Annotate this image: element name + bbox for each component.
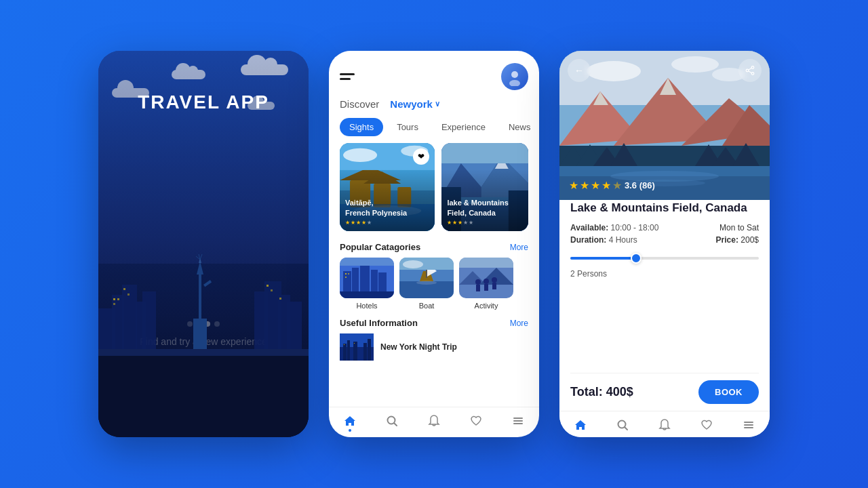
svg-rect-127 bbox=[744, 427, 753, 428]
duration-label: Duration: 4 Hours bbox=[570, 235, 637, 245]
svg-rect-86 bbox=[344, 344, 344, 345]
nav-search[interactable] bbox=[385, 414, 399, 432]
popular-title: Popular Catagories bbox=[340, 242, 420, 252]
back-button[interactable]: ← bbox=[568, 59, 591, 82]
svg-point-72 bbox=[484, 279, 489, 284]
nav-menu[interactable] bbox=[511, 414, 525, 432]
svg-rect-126 bbox=[744, 424, 753, 426]
rating-stars: ★ ★ ★ ★ ★ bbox=[569, 179, 622, 192]
svg-marker-88 bbox=[344, 416, 355, 426]
persons-label: 2 Persons bbox=[570, 269, 759, 279]
card-overlay-2: lake & Mountains Field, Canada ★ ★ ★ ★ ★ bbox=[441, 143, 528, 231]
svg-rect-125 bbox=[744, 422, 753, 423]
phone-discover: Discover Newyork ∨ Sights Tours Experien… bbox=[329, 51, 539, 437]
svg-point-68 bbox=[403, 260, 423, 268]
svg-rect-87 bbox=[354, 343, 355, 344]
useful-title: Useful Information bbox=[340, 318, 418, 328]
svg-rect-57 bbox=[348, 273, 349, 274]
available-label: Available: 10:00 - 18:00 bbox=[570, 223, 658, 232]
search-icon bbox=[385, 414, 399, 428]
city-selector[interactable]: Newyork ∨ bbox=[390, 98, 440, 110]
star-3: ★ bbox=[591, 179, 600, 192]
menu-dots-icon bbox=[511, 414, 525, 428]
book-button[interactable]: BOOK bbox=[698, 380, 759, 404]
svg-rect-83 bbox=[353, 342, 357, 361]
svg-rect-59 bbox=[340, 258, 394, 266]
hotels-label: Hotels bbox=[356, 302, 377, 310]
discover-header bbox=[329, 51, 539, 96]
svg-rect-56 bbox=[345, 273, 347, 274]
duration-row: Duration: 4 Hours Price: 200$ bbox=[570, 235, 759, 245]
detail-hero: ← ★ ★ ★ ★ ★ 3.6 (86) bbox=[559, 51, 770, 200]
activity-image bbox=[459, 258, 513, 298]
useful-items: New York Night Trip bbox=[329, 333, 539, 366]
tab-sights[interactable]: Sights bbox=[340, 118, 383, 136]
star-5-half: ★ bbox=[612, 179, 622, 192]
nav-bell[interactable] bbox=[427, 414, 441, 432]
hero-buttons: ← bbox=[568, 59, 762, 82]
sight-card-canada[interactable]: lake & Mountains Field, Canada ★ ★ ★ ★ ★ bbox=[441, 143, 528, 231]
svg-line-120 bbox=[749, 68, 752, 70]
svg-rect-13 bbox=[127, 293, 130, 296]
useful-more[interactable]: More bbox=[510, 319, 528, 328]
boat-image bbox=[399, 258, 454, 298]
category-boat[interactable]: Boat bbox=[399, 258, 454, 310]
svg-point-27 bbox=[511, 71, 518, 78]
category-hotels[interactable]: Hotels bbox=[340, 258, 394, 310]
detail-heart-icon bbox=[700, 418, 713, 432]
hotels-image bbox=[340, 258, 394, 298]
star-1: ★ bbox=[569, 179, 578, 192]
detail-nav-home[interactable] bbox=[574, 418, 587, 432]
sight-name-2: lake & Mountains Field, Canada bbox=[447, 198, 523, 218]
bottom-nav-discover bbox=[329, 407, 539, 437]
detail-home-icon bbox=[574, 418, 587, 432]
svg-marker-122 bbox=[575, 420, 586, 430]
detail-bell-icon bbox=[658, 418, 671, 432]
avatar-icon bbox=[505, 67, 524, 86]
slider-fill bbox=[570, 257, 636, 260]
popular-more[interactable]: More bbox=[510, 243, 528, 252]
useful-item-label-1: New York Night Trip bbox=[380, 342, 457, 352]
svg-point-74 bbox=[492, 277, 497, 283]
svg-point-66 bbox=[416, 281, 437, 285]
persons-slider[interactable] bbox=[570, 257, 759, 260]
heart-button-1[interactable]: ❤ bbox=[413, 148, 429, 165]
slider-thumb[interactable] bbox=[631, 253, 642, 264]
detail-nav-search[interactable] bbox=[616, 418, 629, 432]
tab-tours[interactable]: Tours bbox=[387, 118, 428, 136]
home-icon bbox=[343, 414, 357, 428]
nav-home-dot bbox=[349, 429, 351, 432]
svg-rect-82 bbox=[347, 340, 350, 361]
svg-rect-9 bbox=[113, 298, 115, 300]
svg-rect-25 bbox=[98, 349, 309, 437]
tab-news[interactable]: News bbox=[499, 118, 539, 136]
place-name: Lake & Mountains Field, Canada bbox=[570, 201, 759, 215]
detail-nav-menu[interactable] bbox=[742, 418, 755, 432]
useful-item-1[interactable]: New York Night Trip bbox=[340, 333, 528, 361]
svg-rect-11 bbox=[117, 298, 119, 300]
sight-card-polynesia[interactable]: ❤ Vaitāpē,French Polynesia ★ ★ ★ ★ ★ bbox=[340, 143, 435, 231]
svg-rect-75 bbox=[492, 283, 496, 289]
tab-experience[interactable]: Experience bbox=[432, 118, 495, 136]
rating-value: 3.6 (86) bbox=[625, 180, 655, 190]
svg-rect-93 bbox=[513, 423, 523, 424]
menu-icon[interactable] bbox=[340, 73, 355, 80]
detail-nav-heart[interactable] bbox=[700, 418, 713, 432]
phone-detail: ← ★ ★ ★ ★ ★ 3.6 (86) bbox=[559, 51, 770, 437]
available-row: Available: 10:00 - 18:00 Mon to Sat bbox=[570, 223, 759, 232]
discover-label: Discover bbox=[340, 98, 379, 110]
avatar[interactable] bbox=[501, 63, 528, 90]
category-activity[interactable]: Activity bbox=[459, 258, 513, 310]
svg-rect-77 bbox=[476, 285, 480, 291]
svg-rect-10 bbox=[113, 303, 115, 305]
detail-nav-bell[interactable] bbox=[658, 418, 671, 432]
star-2: ★ bbox=[580, 179, 589, 192]
discover-nav: Discover Newyork ∨ bbox=[329, 96, 539, 115]
back-icon: ← bbox=[574, 65, 584, 76]
svg-rect-18 bbox=[193, 319, 207, 349]
activity-svg bbox=[459, 258, 513, 298]
nav-heart[interactable] bbox=[469, 414, 483, 432]
share-button[interactable] bbox=[738, 59, 762, 82]
hero-rating: ★ ★ ★ ★ ★ 3.6 (86) bbox=[569, 179, 655, 192]
nav-home[interactable] bbox=[343, 414, 357, 432]
